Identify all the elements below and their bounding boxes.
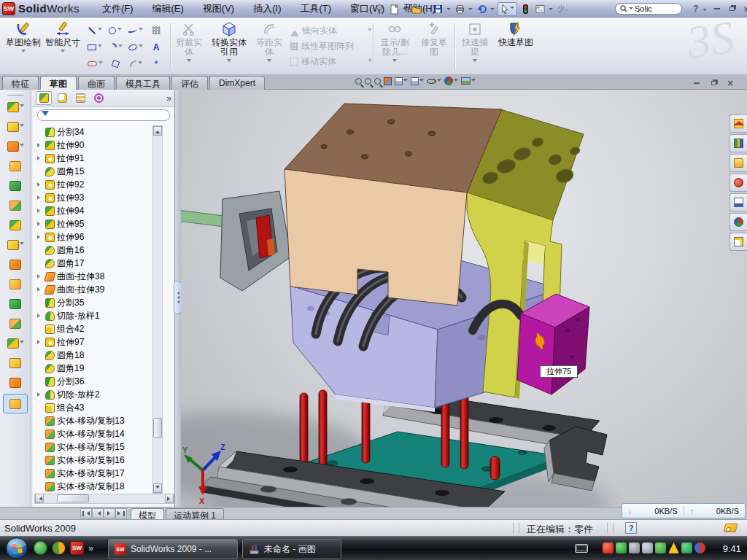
update-icon[interactable] [629, 542, 640, 553]
quick-launch-overflow[interactable]: » [88, 542, 93, 553]
section-view-icon[interactable] [384, 77, 392, 85]
tree-item[interactable]: 组合43 [34, 401, 163, 414]
scroll-left-button[interactable] [35, 494, 44, 503]
slot-icon[interactable] [85, 55, 105, 72]
start-button[interactable] [6, 537, 28, 559]
display-style-icon[interactable] [411, 77, 424, 85]
tool-mirror[interactable] [0, 254, 31, 274]
messenger-icon[interactable] [34, 541, 47, 555]
tool-fillet[interactable] [0, 136, 31, 156]
tab-特征[interactable]: 特征 [2, 76, 39, 90]
tree-item[interactable]: 圆角15 [34, 165, 163, 178]
open-folder-icon[interactable] [410, 3, 422, 15]
new-document-icon[interactable] [388, 3, 400, 15]
expand-arrow[interactable] [37, 209, 42, 213]
arc-icon[interactable] [105, 39, 125, 55]
scroll-right-button[interactable] [165, 494, 174, 503]
toolbar-overflow[interactable]: 少.. [557, 4, 569, 14]
tab-模具工具[interactable]: 模具工具 [116, 76, 170, 90]
polygon-icon[interactable] [105, 55, 125, 72]
tree-item[interactable]: 实体-移动/复制17 [34, 467, 163, 480]
model-tab[interactable]: 模型 [131, 508, 164, 519]
antivirus-icon[interactable] [616, 542, 627, 553]
scroll-thumb[interactable] [153, 418, 162, 438]
tree-horizontal-scrollbar[interactable] [34, 494, 174, 504]
expand-arrow[interactable] [37, 235, 42, 239]
tool-instant3d[interactable] [3, 394, 28, 413]
point-icon[interactable]: * [146, 55, 166, 72]
status-help-button[interactable]: ? [625, 522, 637, 534]
menu-编辑(E)[interactable]: 编辑(E) [143, 0, 193, 18]
tool-curve[interactable] [0, 353, 31, 373]
short-pin[interactable] [490, 456, 500, 480]
scroll-down-button[interactable] [153, 483, 162, 493]
tab-草图[interactable]: 草图 [40, 76, 77, 90]
circle-icon[interactable] [105, 22, 125, 39]
expand-arrow[interactable] [37, 340, 42, 344]
tool-combine[interactable] [0, 294, 31, 314]
menu-视图(V)[interactable]: 视图(V) [193, 0, 244, 18]
tree-item[interactable]: 切除-放样1 [34, 309, 163, 322]
tree-item[interactable]: 拉伸93 [34, 191, 163, 204]
tool-extruded-boss[interactable] [0, 97, 31, 117]
apply-scene-icon[interactable] [461, 77, 476, 85]
view-orientation-icon[interactable] [395, 77, 408, 85]
tab-评估[interactable]: 评估 [171, 76, 208, 90]
panel-splitter[interactable] [175, 90, 181, 507]
expand-arrow[interactable] [37, 287, 42, 292]
tree-item[interactable]: 圆角19 [34, 362, 163, 375]
tool-shell[interactable] [0, 176, 31, 195]
next-tab-button[interactable] [104, 508, 115, 518]
search-input[interactable]: Solic [615, 3, 682, 15]
tree-item[interactable]: 曲面-拉伸38 [34, 270, 163, 283]
doc-close-button[interactable]: × [725, 79, 735, 88]
menu-插入(I)[interactable]: 插入(I) [244, 0, 290, 18]
defender-icon[interactable] [681, 542, 692, 553]
tool-chamfer[interactable] [0, 156, 31, 176]
tool-move-copy[interactable] [0, 314, 31, 333]
tree-item[interactable]: 拉伸94 [34, 204, 163, 217]
prev-tab-button[interactable] [92, 508, 104, 518]
ellipse-icon[interactable] [125, 39, 146, 55]
language-icon[interactable] [694, 542, 705, 553]
tool-wrap[interactable] [0, 215, 31, 235]
task-paint[interactable]: 未命名 - 画图 [242, 539, 341, 559]
hide-show-items-icon[interactable] [427, 79, 441, 84]
help-button[interactable]: ? [693, 4, 698, 14]
tree-vertical-scrollbar[interactable] [152, 125, 163, 494]
expand-arrow[interactable] [37, 222, 42, 226]
tool-helix[interactable] [0, 373, 31, 392]
tree-item[interactable]: 分割35 [34, 296, 163, 309]
convert-entities-button[interactable]: 转换实体引用 [208, 20, 250, 71]
tool-extruded-cut[interactable] [0, 117, 31, 136]
tree-item[interactable]: 实体-移动/复制16 [34, 454, 163, 467]
tab-DimXpert[interactable]: DimXpert [209, 76, 265, 90]
panel-tab-dimxpert-manager[interactable] [90, 91, 107, 105]
tool-rib[interactable] [0, 195, 31, 215]
taskbar-clock[interactable]: 9:41 [723, 543, 741, 554]
taskpane-view-palette[interactable] [729, 193, 747, 211]
wireless-warning-icon[interactable] [668, 542, 679, 553]
edit-appearance-icon[interactable] [444, 77, 458, 85]
taskpane-appearances[interactable] [729, 213, 747, 231]
tree-filter-input[interactable] [37, 109, 170, 121]
language-keyboard-icon[interactable] [575, 544, 588, 553]
undo-icon[interactable] [476, 3, 488, 15]
pin-icon[interactable] [374, 3, 386, 15]
tag-icon[interactable] [724, 524, 738, 532]
pattern-icon[interactable] [146, 22, 166, 39]
menu-文件(F)[interactable]: 文件(F) [93, 0, 143, 18]
text-icon[interactable]: A [146, 39, 166, 55]
zoom-area-icon[interactable] [365, 78, 371, 85]
gray-clamp[interactable] [220, 191, 291, 291]
tool-linear-pattern[interactable] [0, 235, 31, 254]
expand-arrow[interactable] [37, 143, 42, 147]
rapid-sketch-button[interactable]: 快速草图 [497, 20, 535, 71]
security-alert-icon[interactable] [603, 542, 614, 553]
tab-曲面[interactable]: 曲面 [78, 76, 115, 90]
sketch-fillet-icon[interactable] [125, 55, 146, 72]
tree-item[interactable]: 圆角17 [34, 257, 163, 270]
taskpane-toolbox[interactable] [729, 174, 747, 192]
taskpane-solidworks-resources[interactable] [729, 114, 747, 133]
taskpane-custom-properties[interactable] [729, 233, 747, 251]
